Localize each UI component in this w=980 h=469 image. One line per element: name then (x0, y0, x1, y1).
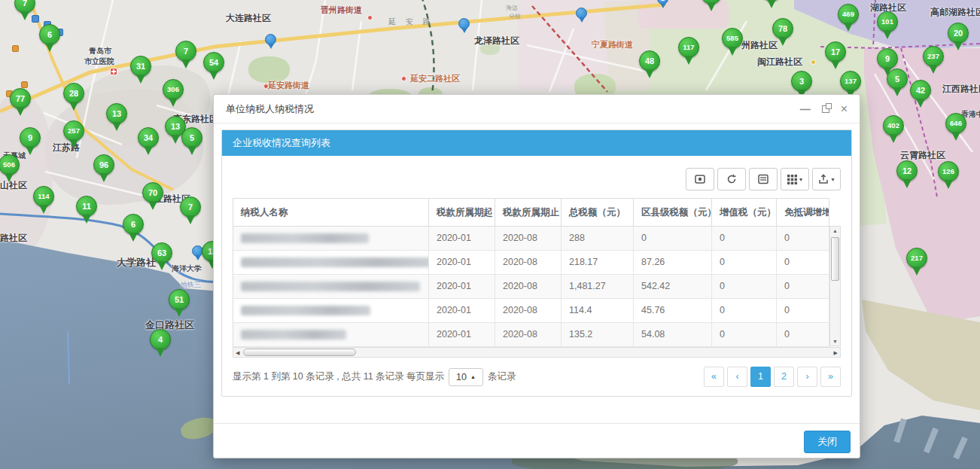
page-button[interactable]: 1 (750, 367, 771, 387)
map-marker[interactable] (760, 0, 783, 11)
map-marker[interactable]: 7 (179, 196, 202, 227)
vertical-scroll-thumb[interactable] (831, 237, 839, 281)
marker-count: 96 (93, 154, 114, 175)
pagination-toggle-button[interactable] (686, 168, 714, 190)
map-marker[interactable]: 117 (677, 37, 700, 67)
column-header[interactable]: 免抵调增增 (777, 199, 829, 227)
map-marker[interactable]: 48 (638, 50, 661, 81)
map-marker[interactable]: 126 (937, 161, 960, 191)
map-marker-blue[interactable] (265, 34, 277, 51)
map-marker-blue[interactable] (576, 8, 588, 25)
map-marker[interactable]: 217 (905, 248, 928, 278)
page-size-dropdown[interactable]: 10 ▲ (449, 368, 483, 386)
table-row[interactable]: 2020-012020-081,481.27542.4200 (233, 275, 829, 299)
map-marker[interactable]: 78 (772, 18, 794, 48)
map-marker[interactable]: 12 (896, 160, 918, 190)
map-marker[interactable]: 646 (945, 113, 967, 143)
column-header[interactable]: 税款所属期起 (429, 199, 495, 227)
map-marker[interactable]: 20 (947, 23, 969, 53)
table-cell: 135.2 (562, 323, 634, 347)
page-button[interactable]: › (797, 367, 817, 387)
close-icon[interactable]: × (841, 103, 848, 115)
table-row[interactable]: 2020-012020-08218.1787.2600 (233, 251, 829, 275)
toggle-view-button[interactable] (749, 168, 778, 190)
close-button[interactable]: 关闭 (804, 431, 851, 453)
minimize-icon[interactable]: — (800, 104, 811, 114)
column-header[interactable]: 区县级税额（元） (634, 199, 712, 227)
map-marker[interactable]: 9 (19, 127, 41, 157)
marker-count: 6 (39, 24, 60, 45)
map-marker[interactable]: 101 (876, 11, 899, 41)
map-marker[interactable]: 585 (721, 28, 744, 58)
columns-button[interactable]: ▾ (781, 168, 809, 190)
column-header[interactable]: 增值税（元） (712, 199, 777, 227)
scroll-up-icon[interactable]: ▲ (830, 228, 840, 233)
map-marker[interactable]: 54 (202, 52, 225, 82)
maximize-icon[interactable] (822, 105, 829, 113)
table-row[interactable]: 2020-012020-08135.254.0800 (233, 323, 829, 347)
map-marker[interactable]: 31 (129, 56, 152, 86)
map-marker[interactable]: 237 (922, 46, 945, 76)
table-cell: 2020-01 (429, 227, 495, 251)
map-marker[interactable]: 34 (137, 127, 160, 157)
table-row[interactable]: 2020-012020-08114.445.7600 (233, 299, 829, 323)
table-cell: 2020-01 (429, 251, 495, 275)
pagination-bar: 显示第 1 到第 10 条记录 , 总共 11 条记录 每页显示 10 ▲ 条记… (233, 367, 841, 387)
export-button[interactable]: ▾ (812, 168, 841, 190)
map-marker[interactable]: 5 (886, 69, 908, 99)
map-marker[interactable]: 469 (837, 4, 860, 34)
map-marker[interactable]: 5 (181, 127, 203, 157)
map-marker[interactable] (700, 0, 723, 14)
page-button[interactable]: ‹ (727, 367, 747, 387)
map-marker-blue[interactable] (458, 18, 470, 35)
map-marker[interactable]: 257 (62, 120, 85, 151)
map-marker[interactable]: 4 (149, 329, 172, 359)
table-row[interactable]: 2020-012020-08288000 (233, 227, 829, 251)
table-cell: 87.26 (634, 251, 712, 275)
marker-count: 31 (130, 56, 151, 77)
map-marker[interactable]: 11 (75, 196, 98, 226)
window-controls: — × (800, 103, 848, 115)
map-marker-blue[interactable]: 2 (657, 0, 669, 11)
dialog-footer: 关闭 (214, 423, 860, 458)
map-marker[interactable]: 28 (62, 83, 85, 113)
column-header[interactable]: 纳税人名称 (233, 199, 429, 227)
map-marker[interactable]: 17 (824, 41, 847, 72)
marker-count (576, 8, 587, 19)
page-button[interactable]: 2 (774, 367, 794, 387)
marker-count: 13 (106, 103, 127, 124)
map-marker[interactable]: 6 (122, 214, 145, 244)
column-header[interactable]: 税款所属期止 (495, 199, 562, 227)
map-marker[interactable]: 42 (909, 80, 932, 110)
pagination-toggle-icon (695, 174, 705, 184)
marker-count: 469 (838, 4, 859, 25)
table-cell: 2020-01 (429, 323, 495, 347)
vertical-scrollbar[interactable]: ▲ ▼ (829, 226, 841, 346)
table-cell: 0 (777, 323, 829, 347)
map-marker[interactable]: 70 (142, 182, 164, 212)
map-marker[interactable]: 114 (32, 186, 55, 216)
marker-count: 4 (150, 329, 171, 350)
map-marker[interactable]: 6 (38, 24, 61, 54)
map-marker[interactable]: 96 (93, 154, 115, 184)
map-marker[interactable]: 63 (151, 242, 173, 273)
page-button[interactable]: « (704, 367, 724, 387)
horizontal-scroll-thumb[interactable] (243, 349, 356, 356)
map-marker[interactable]: 13 (105, 103, 128, 133)
map-marker[interactable]: 77 (9, 88, 32, 118)
refresh-button[interactable] (717, 168, 746, 190)
poi-dot-red (367, 15, 373, 20)
scroll-right-icon[interactable]: ▶ (834, 349, 838, 357)
column-header[interactable]: 总税额（元） (562, 199, 634, 227)
map-marker[interactable]: 306 (162, 79, 184, 109)
map-marker[interactable]: 7 (14, 0, 36, 23)
scroll-down-icon[interactable]: ▼ (830, 339, 840, 344)
scroll-left-icon[interactable]: ◀ (236, 349, 239, 357)
map-marker[interactable]: 7 (175, 41, 197, 71)
table-cell: 0 (712, 251, 777, 275)
horizontal-scrollbar[interactable]: ◀ ▶ (233, 347, 841, 358)
page-button[interactable]: » (820, 367, 841, 387)
map-marker[interactable]: 51 (168, 289, 190, 319)
map-marker[interactable]: 402 (882, 115, 905, 145)
map-marker[interactable]: 506 (0, 154, 20, 184)
